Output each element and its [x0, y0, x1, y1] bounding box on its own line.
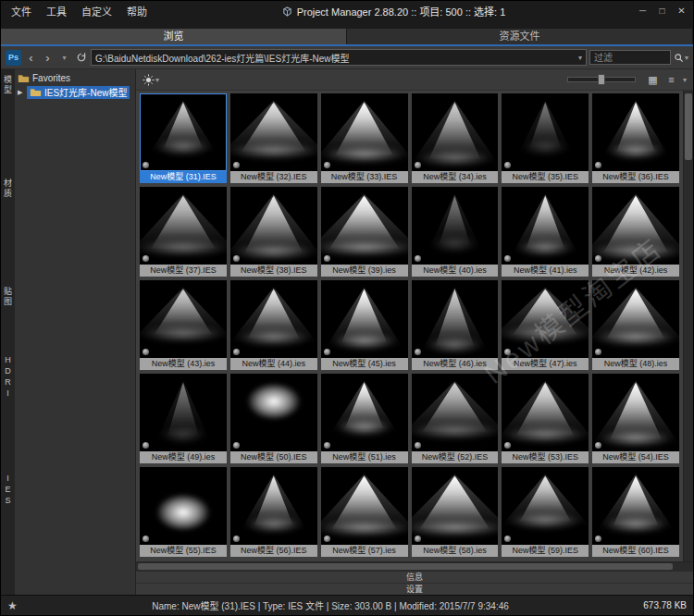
slider-thumb[interactable] [598, 74, 605, 85]
ies-thumbnail-item[interactable]: New模型 (47).ies [502, 280, 589, 370]
brightness-dropdown-icon[interactable]: ▾ [155, 76, 159, 84]
ies-preview-image [230, 374, 317, 451]
light-icon [143, 536, 149, 542]
ies-thumbnail-item[interactable]: New模型 (36).IES [592, 93, 679, 183]
sidebar-tab-textures[interactable]: 贴图 [2, 287, 14, 307]
ies-thumbnail-item[interactable]: New模型 (58).ies [412, 467, 499, 557]
tab-browse[interactable]: 浏览 [1, 29, 347, 44]
back-button[interactable]: ‹ [24, 49, 38, 66]
favorite-star-icon[interactable]: ★ [7, 599, 18, 612]
ies-thumbnail-item[interactable]: New模型 (53).IES [502, 374, 589, 463]
forward-button[interactable]: › [41, 49, 55, 66]
ies-thumbnail-item[interactable]: New模型 (42).ies [592, 187, 679, 277]
light-cone-base-glow [245, 516, 302, 533]
ies-thumbnail-item[interactable]: New模型 (60).IES [592, 467, 679, 557]
path-dropdown-icon[interactable]: ▾ [578, 54, 582, 62]
ies-thumbnail-item[interactable]: New模型 (51).ies [321, 374, 408, 463]
ies-filename-label: New模型 (57).ies [321, 545, 408, 557]
ies-thumbnail-item[interactable]: New模型 (45).ies [321, 280, 408, 370]
selected-folder[interactable]: IES灯光库-New模型 [27, 86, 130, 99]
light-cone-base-glow [231, 243, 316, 260]
horizontal-scrollbar[interactable] [136, 561, 693, 571]
menu-tools[interactable]: 工具 [39, 2, 74, 20]
expand-arrow-icon[interactable]: ▶ [18, 89, 24, 96]
ies-filename-label: New模型 (59).IES [502, 545, 589, 557]
vertical-scrollbar[interactable] [683, 91, 693, 561]
ies-filename-label: New模型 (44).ies [230, 358, 317, 370]
favorites-label: Favorites [32, 73, 70, 83]
vertical-scrollbar-thumb[interactable] [685, 93, 692, 160]
app-icon [282, 6, 292, 17]
ies-thumbnail-item[interactable]: New模型 (46).ies [412, 280, 499, 370]
history-dropdown-icon[interactable]: ▾ [57, 49, 71, 66]
ies-thumbnail-item[interactable]: New模型 (57).ies [321, 467, 408, 557]
search-button[interactable]: ▾ [674, 49, 688, 66]
light-icon [233, 162, 240, 168]
path-combobox[interactable]: G:\BaiduNetdiskDownload\262-ies灯光篇\IES灯光… [91, 49, 587, 66]
sidebar-tab-models[interactable]: 模型 [2, 75, 14, 95]
settings-panel-header[interactable]: 设置 [136, 583, 693, 595]
ies-thumbnail-item[interactable]: New模型 (37).IES [140, 187, 227, 277]
ies-thumbnail-item[interactable]: New模型 (41).ies [502, 187, 589, 277]
sidebar-tab-hdri[interactable]: HDRI [4, 355, 13, 400]
view-options-dropdown-icon[interactable]: ▾ [683, 76, 687, 84]
light-cone-base-glow [502, 326, 589, 342]
minimize-button[interactable]: ─ [633, 4, 652, 18]
ies-thumbnail-item[interactable]: New模型 (52).IES [412, 374, 499, 463]
ies-filename-label: New模型 (53).IES [502, 451, 589, 463]
menu-help[interactable]: 帮助 [119, 2, 155, 20]
light-cone-base-glow [322, 146, 406, 163]
info-panel-header[interactable]: 信息 [136, 571, 693, 583]
ies-thumbnail-item[interactable]: New模型 (44).ies [230, 280, 317, 370]
light-icon [143, 255, 149, 262]
tab-resource-files[interactable]: 资源文件 [347, 29, 693, 44]
tree-item-favorites[interactable]: Favorites [15, 71, 135, 85]
maximize-button[interactable]: □ [652, 4, 672, 18]
light-cone-base-glow [608, 142, 664, 159]
ies-thumbnail-item[interactable]: New模型 (50).IES [230, 374, 317, 463]
brightness-button[interactable]: ▾ [143, 71, 159, 88]
ies-thumbnail-item[interactable]: New模型 (38).IES [230, 187, 317, 277]
folder-icon [30, 87, 42, 97]
light-icon [233, 255, 240, 262]
tree-item-ies-folder[interactable]: ▶ IES灯光库-New模型 [15, 85, 135, 99]
ies-thumbnail-item[interactable]: New模型 (48).ies [592, 280, 679, 370]
ies-thumbnail-item[interactable]: New模型 (33).IES [321, 93, 408, 183]
ies-thumbnail-item[interactable]: New模型 (43).ies [140, 280, 227, 370]
light-icon [415, 536, 421, 542]
light-cone-base-glow [141, 326, 225, 342]
photoshop-button[interactable]: Ps [6, 50, 21, 66]
ies-preview-image [230, 93, 317, 171]
ies-filename-label: New模型 (35).IES [502, 171, 589, 183]
sidebar-tab-materials[interactable]: 材质 [2, 179, 14, 199]
menu-customize[interactable]: 自定义 [74, 2, 119, 20]
light-cone-base-glow [523, 139, 568, 155]
list-view-icon[interactable]: ≡ [664, 71, 678, 88]
ies-thumbnail-item[interactable]: New模型 (54).IES [592, 374, 679, 463]
light-cone-base-glow [160, 426, 205, 443]
light-icon [504, 536, 511, 542]
ies-thumbnail-item[interactable]: New模型 (40).ies [412, 187, 499, 277]
ies-thumbnail-item[interactable]: New模型 (39).ies [321, 187, 408, 277]
category-sidebar: 模型 材质 贴图 HDRI IES [1, 69, 15, 595]
close-button[interactable]: ✕ [672, 4, 691, 18]
ies-thumbnail-item[interactable]: New模型 (32).IES [230, 93, 317, 183]
ies-thumbnail-item[interactable]: New模型 (59).IES [502, 467, 589, 557]
ies-thumbnail-item[interactable]: New模型 (34).ies [412, 93, 499, 183]
thumbnail-size-slider[interactable] [567, 77, 636, 82]
ies-thumbnail-item[interactable]: New模型 (49).ies [140, 374, 227, 463]
main-tabbar: 浏览 资源文件 [1, 29, 693, 44]
light-icon [143, 349, 149, 355]
ies-thumbnail-item[interactable]: New模型 (35).IES [502, 93, 589, 183]
refresh-icon[interactable] [74, 49, 88, 66]
horizontal-scrollbar-thumb[interactable] [138, 563, 673, 570]
ies-thumbnail-item[interactable]: New模型 (56).IES [230, 467, 317, 557]
ies-thumbnail-item[interactable]: New模型 (31).IES [140, 93, 227, 183]
ies-preview-image [502, 93, 589, 171]
search-dropdown-icon[interactable]: ▾ [685, 54, 688, 62]
filter-input[interactable] [589, 50, 671, 65]
grid-view-icon[interactable]: ▦ [646, 71, 660, 88]
ies-thumbnail-item[interactable]: New模型 (55).IES [140, 467, 227, 557]
menu-file[interactable]: 文件 [4, 2, 39, 20]
sidebar-tab-ies[interactable]: IES [4, 474, 13, 507]
